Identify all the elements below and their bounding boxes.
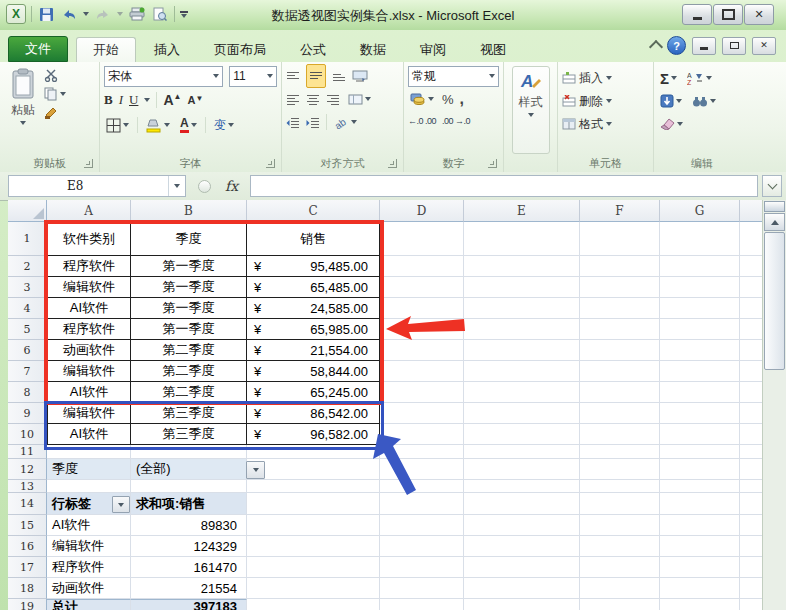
insert-function-button[interactable]: fx xyxy=(225,178,238,194)
cell-B16[interactable]: 124329 xyxy=(131,536,247,557)
vertical-scrollbar[interactable] xyxy=(762,200,786,610)
format-cells-button[interactable]: 格式 xyxy=(562,114,612,134)
fill-button[interactable] xyxy=(658,93,684,109)
cell-C12[interactable] xyxy=(247,459,380,480)
cut-button[interactable] xyxy=(42,68,68,83)
borders-button[interactable] xyxy=(104,117,131,134)
column-header-F[interactable]: F xyxy=(580,200,660,222)
tab-file[interactable]: 文件 xyxy=(8,36,68,62)
cell-styles-button[interactable]: A 样式 xyxy=(512,66,550,154)
workbook-close-button[interactable]: ✕ xyxy=(752,37,776,55)
tab-1[interactable]: 开始 xyxy=(76,37,136,62)
cell-B15[interactable]: 89830 xyxy=(131,515,247,536)
paste-dropdown-icon[interactable] xyxy=(20,121,26,125)
row-header-7[interactable]: 7 xyxy=(8,361,47,382)
maximize-button[interactable] xyxy=(713,4,743,25)
clipboard-dialog-launcher-icon[interactable] xyxy=(84,159,93,168)
cell-x19[interactable] xyxy=(740,599,763,610)
column-header-E[interactable]: E xyxy=(464,200,580,222)
font-size-combo[interactable]: 11 xyxy=(229,66,277,87)
font-color-button[interactable]: A xyxy=(178,116,199,134)
underline-dropdown-icon[interactable] xyxy=(144,98,150,102)
row-header-5[interactable]: 5 xyxy=(8,319,47,340)
cell-F18[interactable] xyxy=(580,578,660,599)
decrease-decimal-button[interactable]: .00 →.0 xyxy=(442,116,470,126)
cell-x9[interactable] xyxy=(740,403,763,424)
cell-E12[interactable] xyxy=(464,459,580,480)
cell-E6[interactable] xyxy=(464,340,580,361)
row-labels-filter-button[interactable] xyxy=(112,496,130,513)
cell-F10[interactable] xyxy=(580,424,660,445)
minimize-button[interactable] xyxy=(682,4,712,25)
cell-D1[interactable] xyxy=(380,222,464,256)
cell-E14[interactable] xyxy=(464,493,580,515)
bold-button[interactable]: B xyxy=(104,92,113,108)
cell-F16[interactable] xyxy=(580,536,660,557)
alignment-dialog-launcher-icon[interactable] xyxy=(388,159,397,168)
cell-D3[interactable] xyxy=(380,277,464,298)
cell-x7[interactable] xyxy=(740,361,763,382)
cell-A13[interactable] xyxy=(47,480,131,493)
workbook-minimize-button[interactable] xyxy=(692,37,716,55)
cell-G18[interactable] xyxy=(660,578,740,599)
align-middle-button[interactable] xyxy=(306,64,326,88)
cell-A16[interactable]: 编辑软件 xyxy=(47,536,131,557)
align-right-icon[interactable] xyxy=(326,94,340,105)
cell-C19[interactable] xyxy=(247,599,380,610)
cell-E13[interactable] xyxy=(464,480,580,493)
cell-D18[interactable] xyxy=(380,578,464,599)
cell-E18[interactable] xyxy=(464,578,580,599)
cell-E8[interactable] xyxy=(464,382,580,403)
cell-G3[interactable] xyxy=(660,277,740,298)
cell-F7[interactable] xyxy=(580,361,660,382)
cell-x2[interactable] xyxy=(740,256,763,277)
cell-E4[interactable] xyxy=(464,298,580,319)
cell-E10[interactable] xyxy=(464,424,580,445)
filter-dropdown-button[interactable] xyxy=(246,461,265,479)
column-header-C[interactable]: C xyxy=(247,200,380,222)
number-format-combo[interactable]: 常规 xyxy=(408,66,499,87)
align-left-icon[interactable] xyxy=(286,94,300,105)
tab-3[interactable]: 页面布局 xyxy=(198,38,282,62)
tab-7[interactable]: 视图 xyxy=(464,38,522,62)
phonetic-guide-button[interactable]: 变 xyxy=(212,116,236,135)
cell-G15[interactable] xyxy=(660,515,740,536)
cell-G5[interactable] xyxy=(660,319,740,340)
cell-D2[interactable] xyxy=(380,256,464,277)
cell-E3[interactable] xyxy=(464,277,580,298)
increase-decimal-button[interactable]: ←.0 .00 xyxy=(408,116,436,126)
workbook-restore-button[interactable] xyxy=(722,37,746,55)
tab-4[interactable]: 公式 xyxy=(284,38,342,62)
cell-E9[interactable] xyxy=(464,403,580,424)
cell-G14[interactable] xyxy=(660,493,740,515)
accounting-format-button[interactable] xyxy=(408,91,436,107)
cell-C16[interactable] xyxy=(247,536,380,557)
increase-indent-icon[interactable] xyxy=(306,117,320,128)
column-header-A[interactable]: A xyxy=(47,200,131,222)
merge-cells-button[interactable] xyxy=(346,93,373,106)
cell-G12[interactable] xyxy=(660,459,740,480)
copy-dropdown-icon[interactable] xyxy=(60,92,66,96)
comma-style-button[interactable]: , xyxy=(460,90,464,108)
align-top-icon[interactable] xyxy=(286,71,300,82)
cell-C13[interactable] xyxy=(247,480,380,493)
help-icon[interactable]: ? xyxy=(667,36,686,55)
cell-F2[interactable] xyxy=(580,256,660,277)
cell-D9[interactable] xyxy=(380,403,464,424)
sort-filter-button[interactable]: AZ xyxy=(685,70,714,86)
tab-6[interactable]: 审阅 xyxy=(404,38,462,62)
cell-B17[interactable]: 161470 xyxy=(131,557,247,578)
row-header-6[interactable]: 6 xyxy=(8,340,47,361)
cell-C14[interactable] xyxy=(247,493,380,515)
cell-D15[interactable] xyxy=(380,515,464,536)
cell-E5[interactable] xyxy=(464,319,580,340)
cell-C15[interactable] xyxy=(247,515,380,536)
copy-button[interactable] xyxy=(42,86,68,102)
cell-B14[interactable]: 求和项:销售 xyxy=(131,493,247,515)
select-all-corner[interactable] xyxy=(8,200,47,222)
insert-cells-button[interactable]: 插入 xyxy=(562,68,612,88)
column-header-D[interactable]: D xyxy=(380,200,464,222)
cell-E1[interactable] xyxy=(464,222,580,256)
cell-C18[interactable] xyxy=(247,578,380,599)
orientation-button[interactable]: ab xyxy=(333,115,359,130)
